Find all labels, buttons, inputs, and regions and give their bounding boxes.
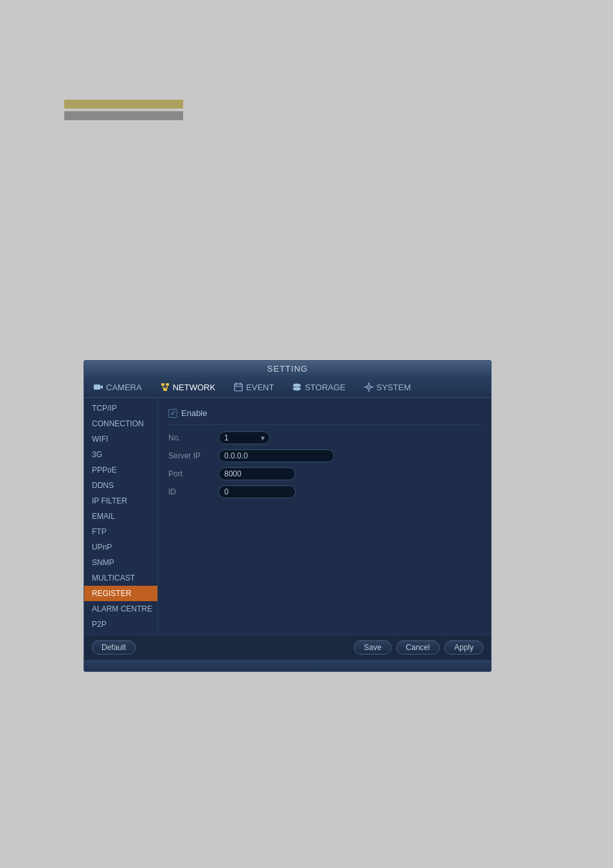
settings-dialog: SETTING CAMERA	[84, 360, 492, 672]
label-no: No.	[168, 433, 213, 442]
tab-network-label: NETWORK	[173, 383, 215, 392]
sidebar-item-ipfilter[interactable]: IP FILTER	[84, 493, 157, 509]
dialog-content: TCP/IP CONNECTION WIFI 3G PPPoE DDNS IP …	[84, 398, 491, 635]
sidebar-item-email[interactable]: EMAIL	[84, 509, 157, 524]
tab-camera-label: CAMERA	[106, 383, 142, 392]
sidebar-item-ftp[interactable]: FTP	[84, 524, 157, 539]
svg-rect-4	[163, 388, 167, 391]
select-no[interactable]: 1 2 3 4	[218, 431, 270, 444]
form-divider	[168, 424, 481, 425]
sidebar-item-p2p[interactable]: P2P	[84, 617, 157, 632]
sidebar-item-alarmcentre[interactable]: ALARM CENTRE	[84, 601, 157, 617]
network-icon	[160, 382, 170, 392]
top-bar-2	[64, 111, 183, 120]
label-serverip: Server IP	[168, 451, 213, 460]
right-buttons: Save Cancel Apply	[354, 640, 483, 655]
field-port: Port	[168, 467, 481, 480]
tab-storage-label: STORAGE	[305, 383, 345, 392]
sidebar-nav: TCP/IP CONNECTION WIFI 3G PPPoE DDNS IP …	[84, 398, 158, 635]
button-bar: Default Save Cancel Apply	[84, 635, 491, 660]
save-button[interactable]: Save	[354, 640, 391, 655]
svg-marker-1	[100, 385, 103, 389]
sidebar-item-3g[interactable]: 3G	[84, 447, 157, 462]
field-no: No. 1 2 3 4 ▼	[168, 431, 481, 444]
system-icon	[364, 382, 374, 392]
sidebar-item-connection[interactable]: CONNECTION	[84, 416, 157, 431]
tab-event[interactable]: EVENT	[224, 379, 283, 395]
storage-icon	[292, 382, 302, 392]
form-area: Enable No. 1 2 3 4 ▼ Server IP	[158, 398, 491, 635]
cancel-button[interactable]: Cancel	[396, 640, 440, 655]
top-decoration	[64, 100, 183, 120]
svg-point-14	[293, 388, 301, 391]
tab-bar: CAMERA NETWORK	[84, 377, 491, 398]
apply-button[interactable]: Apply	[445, 640, 483, 655]
label-id: ID	[168, 487, 213, 496]
tab-camera[interactable]: CAMERA	[84, 379, 151, 395]
svg-point-16	[368, 386, 369, 388]
select-wrapper-no: 1 2 3 4 ▼	[218, 431, 270, 444]
sidebar-item-multicast[interactable]: MULTICAST	[84, 570, 157, 586]
enable-label: Enable	[181, 408, 207, 418]
input-serverip[interactable]	[218, 449, 334, 462]
svg-rect-8	[235, 384, 242, 391]
label-port: Port	[168, 469, 213, 478]
field-id: ID	[168, 485, 481, 498]
sidebar-item-register[interactable]: REGISTER	[84, 586, 157, 601]
input-port[interactable]	[218, 467, 296, 480]
sidebar-item-tcpip[interactable]: TCP/IP	[84, 401, 157, 416]
sidebar-item-upnp[interactable]: UPnP	[84, 539, 157, 555]
top-bar-1	[64, 100, 183, 109]
sidebar-item-wifi[interactable]: WIFI	[84, 431, 157, 447]
svg-rect-0	[94, 384, 100, 390]
tab-storage[interactable]: STORAGE	[283, 379, 354, 395]
input-id[interactable]	[218, 485, 296, 498]
enable-checkbox[interactable]	[168, 409, 177, 418]
camera-icon	[93, 382, 103, 392]
sidebar-item-snmp[interactable]: SNMP	[84, 555, 157, 570]
enable-row: Enable	[168, 406, 481, 418]
dialog-title: SETTING	[84, 361, 491, 377]
tab-system-label: SYSTEM	[377, 383, 411, 392]
default-button[interactable]: Default	[92, 640, 136, 655]
dialog-footer	[84, 660, 491, 671]
dialog-title-text: SETTING	[267, 364, 308, 374]
field-serverip: Server IP	[168, 449, 481, 462]
svg-rect-2	[161, 383, 164, 386]
tab-system[interactable]: SYSTEM	[355, 379, 420, 395]
tab-network[interactable]: NETWORK	[151, 379, 224, 395]
sidebar-item-ddns[interactable]: DDNS	[84, 478, 157, 493]
sidebar-item-pppoe[interactable]: PPPoE	[84, 462, 157, 478]
tab-event-label: EVENT	[246, 383, 274, 392]
svg-rect-3	[166, 383, 169, 386]
event-icon	[233, 382, 244, 392]
